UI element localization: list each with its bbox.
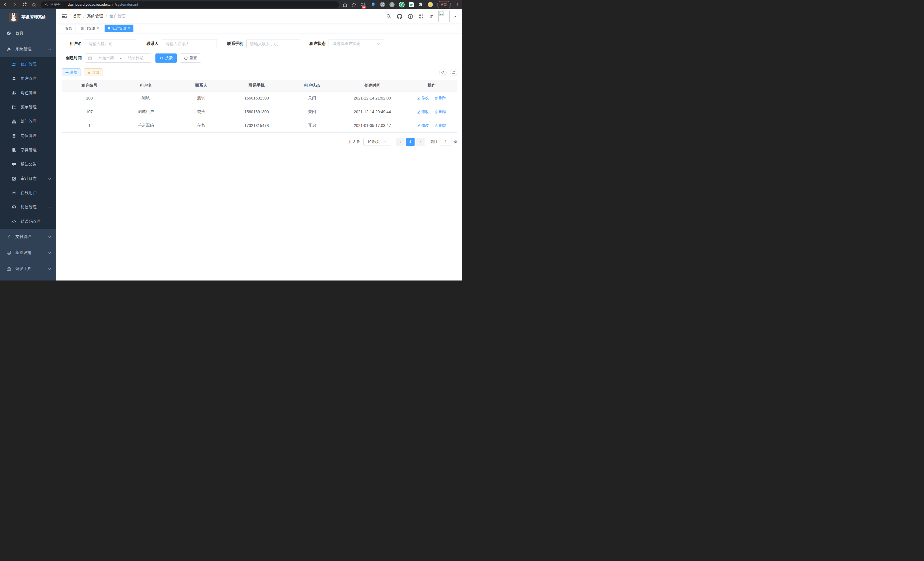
tab-home[interactable]: 首页 — [62, 25, 75, 32]
reset-button[interactable]: 重置 — [180, 53, 201, 63]
sidebar-item-notice[interactable]: 通知公告 — [0, 157, 56, 171]
sidebar-item-post[interactable]: 岗位管理 — [0, 129, 56, 143]
prev-page-button[interactable] — [396, 138, 405, 146]
sidebar-item-pay[interactable]: 支付管理 — [0, 229, 56, 245]
header-search-icon[interactable] — [386, 14, 392, 19]
breadcrumb-home[interactable]: 首页 — [73, 14, 81, 19]
refresh-table-button[interactable] — [450, 69, 458, 76]
sidebar-item-user[interactable]: 用户管理 — [0, 71, 56, 86]
search-button[interactable]: 搜索 — [155, 53, 177, 63]
avatar[interactable] — [438, 11, 450, 22]
chevron-down-icon — [48, 251, 51, 254]
col-actions: 操作 — [406, 80, 458, 91]
font-size-icon[interactable]: tT — [429, 14, 433, 19]
next-page-button[interactable] — [416, 138, 424, 146]
extensions-puzzle-icon[interactable] — [418, 2, 423, 8]
browser-reload-icon[interactable] — [22, 2, 27, 7]
browser-back-icon[interactable] — [3, 2, 8, 7]
mobile-input[interactable] — [246, 39, 299, 48]
sidebar-item-system[interactable]: 系统管理 — [0, 41, 56, 57]
extension-command-icon[interactable]: ⌘ — [380, 2, 385, 7]
delete-link[interactable]: 删除 — [435, 96, 446, 101]
shield-check-icon — [11, 205, 16, 210]
sidebar-item-error-code[interactable]: 错误码管理 — [0, 214, 56, 229]
breadcrumb-current: 租户管理 — [110, 14, 125, 19]
delete-link[interactable]: 删除 — [435, 123, 446, 128]
chevron-down-icon — [48, 206, 51, 209]
extension-dot-icon[interactable] — [389, 2, 394, 7]
app-logo[interactable]: 芋道管理系统 — [0, 9, 56, 25]
sidebar-item-sms[interactable]: 短信管理 — [0, 200, 56, 214]
sidebar-item-label: 租户管理 — [21, 62, 37, 67]
sidebar-item-menu[interactable]: 菜单管理 — [0, 100, 56, 114]
browser-home-icon[interactable] — [32, 2, 37, 7]
sidebar-item-audit-log[interactable]: 审计日志 — [0, 171, 56, 186]
extension-emoji-icon[interactable] — [428, 2, 433, 7]
sidebar-item-infra[interactable]: 基础设施 — [0, 245, 56, 261]
tab-tenant[interactable]: 租户管理 × — [105, 25, 134, 32]
chevron-down-icon — [48, 177, 51, 180]
extension-yuque-icon[interactable]: Y — [399, 2, 405, 8]
sidebar-item-label: 岗位管理 — [21, 133, 37, 138]
sidebar-item-home[interactable]: 首页 — [0, 25, 56, 41]
status-select[interactable]: 请选择租户状态 — [328, 39, 383, 48]
github-icon[interactable] — [397, 14, 402, 19]
browser-forward-icon[interactable] — [13, 2, 17, 7]
sidebar-collapse-icon[interactable] — [61, 12, 69, 20]
sidebar-item-dept[interactable]: 部门管理 — [0, 114, 56, 129]
chrome-update-button[interactable]: 更新 — [437, 1, 451, 8]
toggle-search-button[interactable] — [439, 69, 447, 76]
sidebar-item-dict[interactable]: 字典管理 — [0, 143, 56, 157]
sidebar-item-tenant[interactable]: 租户管理 — [0, 57, 56, 71]
edit-link[interactable]: 修改 — [417, 109, 429, 114]
page-size-select[interactable]: 10条/页 — [363, 138, 390, 146]
share-icon[interactable] — [343, 2, 347, 7]
create-time-range-picker[interactable]: 开始日期 - 结束日期 — [85, 53, 151, 63]
briefcase-icon — [6, 266, 11, 271]
sidebar-item-role[interactable]: 角色管理 — [0, 86, 56, 100]
tab-close-icon[interactable]: × — [97, 27, 99, 30]
download-icon — [87, 71, 91, 74]
col-tenant-name: 租户名 — [117, 80, 175, 91]
page-number-1[interactable]: 1 — [406, 138, 415, 146]
tab-close-icon[interactable]: × — [128, 27, 130, 30]
contact-input[interactable] — [162, 39, 217, 48]
dictionary-icon — [11, 148, 16, 153]
edit-pencil-icon — [417, 96, 421, 100]
search-icon — [160, 56, 164, 60]
sidebar-item-label: 首页 — [15, 31, 23, 36]
goto-page-input[interactable] — [440, 138, 452, 146]
chevron-down-icon — [48, 267, 51, 271]
export-button[interactable]: 导出 — [84, 68, 103, 76]
url-bar[interactable]: 不安全 dashboard.yudao.iocoder.cn/system/te… — [40, 2, 339, 8]
fullscreen-icon[interactable] — [418, 14, 424, 19]
extension-flag-icon[interactable] — [409, 2, 414, 7]
edit-pencil-icon — [417, 110, 421, 114]
log-edit-icon — [11, 176, 16, 181]
monitor-icon — [6, 250, 11, 255]
sidebar-item-dev-tools[interactable]: 研发工具 — [0, 261, 56, 277]
help-icon[interactable] — [408, 14, 413, 19]
bookmark-star-icon[interactable] — [351, 2, 356, 7]
edit-link[interactable]: 修改 — [417, 96, 429, 101]
extension-gem-icon[interactable] — [370, 2, 376, 8]
url-path: /system/tenant — [115, 3, 138, 7]
browser-menu-icon[interactable]: ⋮ — [455, 2, 459, 7]
status-text: 开启 — [285, 119, 339, 132]
search-icon — [441, 71, 445, 74]
add-button[interactable]: 新增 — [62, 68, 81, 76]
status-label: 租户状态 — [308, 41, 326, 46]
extension-tabs-icon[interactable]: 10 — [361, 2, 366, 8]
edit-link[interactable]: 修改 — [417, 123, 429, 128]
tenant-name-input[interactable] — [85, 39, 136, 48]
trash-icon — [435, 96, 438, 100]
tab-dept[interactable]: 部门管理 × — [78, 25, 102, 32]
sidebar-item-online-users[interactable]: 在线用户 — [0, 186, 56, 200]
delete-link[interactable]: 删除 — [435, 109, 446, 114]
active-tab-dot — [108, 27, 110, 29]
online-user-icon — [11, 191, 16, 196]
chevron-down-icon — [48, 235, 51, 238]
breadcrumb-system[interactable]: 系统管理 — [87, 14, 103, 19]
broken-image-icon — [439, 11, 444, 16]
avatar-caret-icon[interactable] — [453, 15, 457, 18]
